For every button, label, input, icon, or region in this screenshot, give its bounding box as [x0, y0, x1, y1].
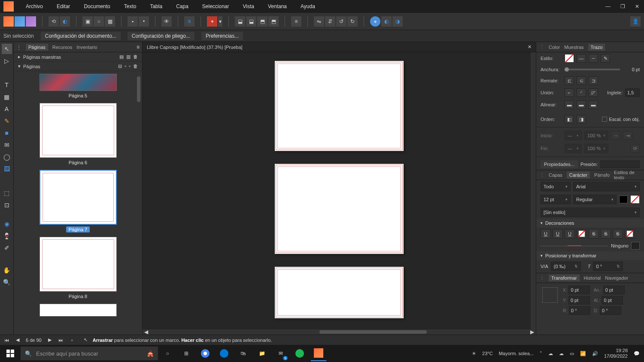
- arrow-swap-icon[interactable]: ⟳: [630, 144, 640, 153]
- ctx-spread-setup[interactable]: Configuración de pliego...: [128, 32, 194, 40]
- arrow-start-place1-icon[interactable]: →: [611, 131, 620, 140]
- stroke-properties-button[interactable]: Propiedades...: [541, 160, 578, 168]
- tool-zoom[interactable]: 🔍: [2, 277, 12, 287]
- join-miter-icon[interactable]: ⌐: [565, 88, 574, 97]
- transform-x-input[interactable]: [568, 286, 590, 294]
- underline-none-btn[interactable]: [577, 229, 587, 238]
- tab-color[interactable]: Color: [549, 45, 560, 50]
- menu-texto[interactable]: Texto: [122, 3, 138, 10]
- tool-color-picker[interactable]: ✐: [2, 243, 12, 253]
- canvas-vscroll[interactable]: [531, 52, 536, 329]
- ctx-preferences[interactable]: Preferencias...: [201, 32, 243, 40]
- menu-tabla[interactable]: Tabla: [148, 3, 164, 10]
- kerning-input[interactable]: (0 ‰)⇅: [551, 262, 581, 271]
- task-publisher-icon[interactable]: [311, 346, 326, 361]
- strike-btn[interactable]: S: [589, 229, 599, 238]
- tb-order-forward-icon[interactable]: ⬒: [257, 16, 267, 27]
- tb-account-icon[interactable]: 👤: [630, 16, 641, 27]
- tb-mask-icon[interactable]: ◐: [60, 16, 70, 27]
- align-outside-icon[interactable]: ▬: [589, 100, 598, 109]
- tb-bool-sub-icon[interactable]: ◐: [381, 16, 392, 27]
- stroke-width-slider[interactable]: [565, 69, 620, 70]
- pages-slider-icon[interactable]: ⊟: [118, 63, 122, 69]
- expand-master-icon[interactable]: ▸: [18, 54, 21, 60]
- tab-navegador[interactable]: Navegador: [605, 275, 628, 281]
- tool-vector-crop[interactable]: ⬚: [2, 188, 12, 198]
- tray-cloud-icon[interactable]: ☁: [559, 351, 564, 356]
- tb-rotate-ccw-icon[interactable]: ↺: [336, 16, 346, 27]
- maximize-button[interactable]: ❐: [619, 3, 626, 10]
- transform-anchor[interactable]: [542, 287, 558, 303]
- document-tab-title[interactable]: Llibre Caproigs [Modificado] (37.3%) [Pr…: [147, 45, 243, 50]
- tb-snap-icon[interactable]: ⌖: [207, 16, 217, 27]
- canvas-hscroll[interactable]: ◀ ▶: [143, 329, 536, 335]
- pressure-profile[interactable]: [600, 160, 640, 168]
- tab-caracter[interactable]: Carácter: [567, 172, 590, 178]
- sb-next-page-icon[interactable]: ▶: [47, 337, 53, 343]
- font-collection-dropdown[interactable]: Todo▾: [541, 182, 571, 191]
- font-size-dropdown[interactable]: 12 pt▾: [541, 195, 571, 204]
- transform-w-input[interactable]: [603, 286, 625, 294]
- task-cortana-icon[interactable]: ○: [160, 346, 175, 361]
- tab-inventario[interactable]: Inventario: [76, 45, 97, 50]
- miter-input[interactable]: [625, 88, 640, 97]
- tab-estilos[interactable]: Estilos de texto: [614, 170, 641, 180]
- text-bg-none-icon[interactable]: [630, 195, 640, 204]
- tool-table[interactable]: ▦: [2, 92, 12, 102]
- tray-volume-icon[interactable]: 🔊: [592, 351, 598, 356]
- pages-add-icon[interactable]: ▫: [125, 63, 126, 69]
- cap-butt-icon[interactable]: ⊏: [565, 76, 574, 85]
- tb-preview-icon[interactable]: 👁: [161, 16, 172, 27]
- tool-node[interactable]: ▷: [2, 56, 12, 66]
- panel-menu-icon[interactable]: ≡: [137, 44, 140, 50]
- tb-flip-h-icon[interactable]: ⇋: [314, 16, 324, 27]
- transform-s-input[interactable]: [600, 306, 621, 315]
- tb-text-anchor-icon[interactable]: ▪: [128, 16, 138, 27]
- char-style-dropdown[interactable]: [Sin estilo]▾: [541, 208, 640, 217]
- weather-text[interactable]: Mayorm. solea...: [499, 351, 534, 356]
- tb-clip-icon[interactable]: ▣: [82, 16, 93, 27]
- menu-ayuda[interactable]: Ayuda: [299, 3, 317, 10]
- tab-trazo[interactable]: Trazo: [588, 44, 605, 51]
- pages-label[interactable]: Páginas: [23, 64, 40, 69]
- order-behind-icon[interactable]: ◧: [565, 115, 574, 124]
- stroke-brush-icon[interactable]: ✎: [601, 54, 610, 63]
- start-button[interactable]: [0, 345, 21, 362]
- tray-onedrive-icon[interactable]: ☁: [548, 351, 553, 356]
- deco-color-swatch[interactable]: [631, 242, 640, 250]
- menu-documento[interactable]: Documento: [82, 3, 112, 10]
- underline-btn[interactable]: U: [541, 229, 551, 238]
- tb-snap-menu-icon[interactable]: ▾: [218, 16, 222, 27]
- pages-scrollbar[interactable]: [137, 76, 140, 102]
- task-taskview-icon[interactable]: ⊞: [179, 346, 194, 361]
- task-spotify-icon[interactable]: [292, 346, 307, 361]
- tb-grid-icon[interactable]: ▦: [105, 16, 115, 27]
- expand-pages-icon[interactable]: ▾: [18, 63, 21, 69]
- transform-h-input[interactable]: [601, 296, 623, 305]
- task-mail-icon[interactable]: ✉9: [273, 346, 289, 361]
- pages-delete-icon[interactable]: 🗑: [133, 63, 138, 69]
- tab-paginas[interactable]: Páginas: [26, 44, 48, 51]
- tab-recursos[interactable]: Recursos: [52, 45, 72, 50]
- page-thumb-8[interactable]: [39, 237, 117, 292]
- decorations-header[interactable]: Decoraciones: [545, 220, 574, 226]
- transform-r-input[interactable]: [569, 306, 590, 315]
- stroke-none-icon[interactable]: [565, 54, 574, 63]
- menu-archivo[interactable]: Archivo: [24, 3, 45, 10]
- cap-round-icon[interactable]: ⊂: [577, 76, 586, 85]
- tray-notifications-icon[interactable]: 💬: [634, 351, 640, 356]
- document-tab-close-icon[interactable]: ✕: [528, 44, 532, 50]
- tb-circle-icon[interactable]: ○: [94, 16, 104, 27]
- font-family-dropdown[interactable]: Arial▾: [573, 182, 640, 191]
- task-edge-icon[interactable]: [216, 346, 232, 361]
- menu-capa[interactable]: Capa: [174, 3, 190, 10]
- order-front-icon[interactable]: ◨: [577, 115, 586, 124]
- tool-picture-frame[interactable]: ✉: [2, 140, 12, 150]
- page-thumb-9[interactable]: [39, 304, 117, 317]
- page-thumb-7[interactable]: [39, 170, 117, 225]
- pos-transform-header[interactable]: Posicionar y transformar: [545, 253, 596, 258]
- tool-transparency[interactable]: 🍷: [2, 231, 12, 241]
- tb-baseline-icon[interactable]: ≡: [184, 16, 194, 27]
- scale-with-obj-checkbox[interactable]: [602, 117, 607, 122]
- canvas-page-a[interactable]: [275, 61, 404, 151]
